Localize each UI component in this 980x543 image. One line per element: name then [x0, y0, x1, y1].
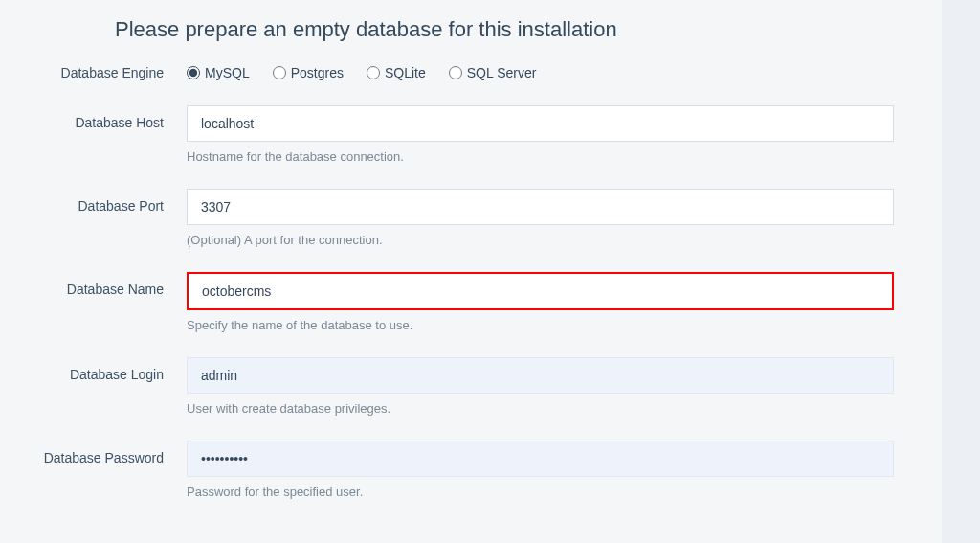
radio-option-postgres[interactable]: Postgres	[273, 65, 344, 80]
form-container: Please prepare an empty database for thi…	[0, 0, 942, 499]
field-database-password: Password for the specified user.	[187, 441, 894, 499]
row-database-login: Database Login User with create database…	[0, 357, 894, 416]
field-database-engine: MySQL Postgres SQLite SQL Server	[187, 65, 894, 80]
radio-label-mysql: MySQL	[205, 65, 250, 80]
help-database-host: Hostname for the database connection.	[187, 149, 894, 164]
radio-postgres[interactable]	[273, 66, 286, 79]
help-database-name: Specify the name of the database to use.	[187, 318, 894, 332]
field-database-host: Hostname for the database connection.	[187, 105, 894, 164]
input-database-login[interactable]	[187, 357, 894, 394]
label-database-name: Database Name	[0, 272, 187, 297]
help-database-password: Password for the specified user.	[187, 485, 894, 499]
row-database-name: Database Name Specify the name of the da…	[0, 272, 894, 332]
label-database-login: Database Login	[0, 357, 187, 382]
radio-option-mysql[interactable]: MySQL	[187, 65, 250, 80]
label-database-port: Database Port	[0, 189, 187, 214]
page-heading: Please prepare an empty database for thi…	[115, 17, 894, 42]
row-database-engine: Database Engine MySQL Postgres SQLite SQ…	[0, 65, 894, 80]
input-database-port[interactable]	[187, 189, 894, 225]
right-decorative-strip	[942, 0, 980, 543]
row-database-password: Database Password Password for the speci…	[0, 441, 894, 499]
field-database-name: Specify the name of the database to use.	[187, 272, 894, 332]
radio-option-sqlserver[interactable]: SQL Server	[449, 65, 537, 80]
help-database-port: (Optional) A port for the connection.	[187, 233, 894, 247]
radio-sqlserver[interactable]	[449, 66, 462, 79]
radio-label-sqlite: SQLite	[385, 65, 426, 80]
label-database-host: Database Host	[0, 105, 187, 130]
label-database-engine: Database Engine	[0, 65, 187, 80]
radio-mysql[interactable]	[187, 66, 200, 79]
input-database-password[interactable]	[187, 441, 894, 477]
radio-sqlite[interactable]	[367, 66, 380, 79]
input-database-host[interactable]	[187, 105, 894, 142]
radio-label-sqlserver: SQL Server	[467, 65, 537, 80]
field-database-port: (Optional) A port for the connection.	[187, 189, 894, 247]
input-database-name[interactable]	[187, 272, 894, 310]
label-database-password: Database Password	[0, 441, 187, 465]
row-database-port: Database Port (Optional) A port for the …	[0, 189, 894, 247]
radio-label-postgres: Postgres	[291, 65, 344, 80]
radio-group-engine: MySQL Postgres SQLite SQL Server	[187, 65, 894, 80]
radio-option-sqlite[interactable]: SQLite	[367, 65, 426, 80]
field-database-login: User with create database privileges.	[187, 357, 894, 416]
row-database-host: Database Host Hostname for the database …	[0, 105, 894, 164]
help-database-login: User with create database privileges.	[187, 401, 894, 416]
